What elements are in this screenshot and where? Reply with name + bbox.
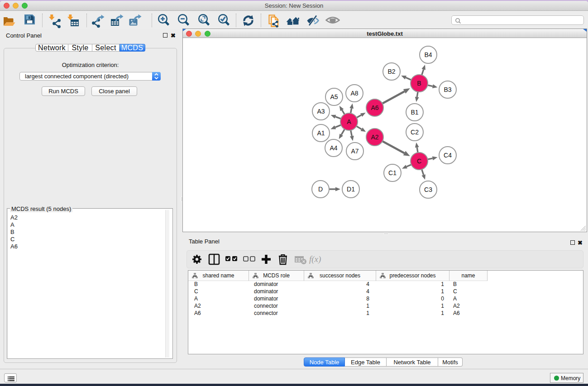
svg-text:B3: B3 (444, 86, 451, 93)
svg-text:C2: C2 (411, 129, 419, 136)
svg-text:C4: C4 (444, 152, 452, 159)
svg-text:D: D (318, 186, 323, 193)
svg-text:A8: A8 (350, 90, 358, 97)
svg-text:A: A (347, 118, 351, 125)
svg-text:B1: B1 (411, 109, 418, 116)
svg-text:A5: A5 (330, 93, 338, 100)
svg-text:A7: A7 (351, 148, 359, 155)
svg-text:B4: B4 (424, 51, 432, 58)
svg-text:C: C (417, 157, 421, 165)
svg-text:C3: C3 (424, 186, 432, 193)
svg-text:B: B (417, 80, 421, 87)
svg-text:A2: A2 (371, 133, 378, 141)
svg-text:A3: A3 (317, 108, 325, 115)
svg-text:C1: C1 (388, 169, 397, 176)
svg-text:A1: A1 (317, 129, 325, 137)
svg-text:A4: A4 (330, 144, 337, 152)
svg-text:A6: A6 (371, 104, 378, 111)
svg-text:D1: D1 (347, 186, 355, 193)
svg-text:B2: B2 (387, 68, 395, 75)
